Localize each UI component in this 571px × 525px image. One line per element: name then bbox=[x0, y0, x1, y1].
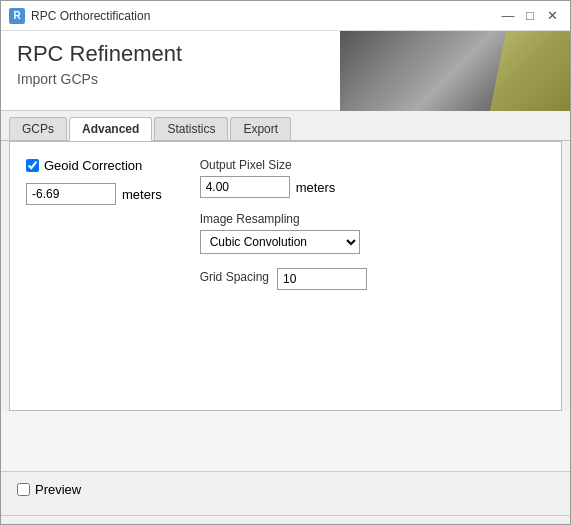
output-pixel-label: Output Pixel Size bbox=[200, 158, 500, 172]
content-left: Geoid Correction meters bbox=[26, 158, 186, 215]
preview-row: Preview bbox=[17, 482, 554, 497]
bottom-buttons: ? < Back Finish Cancel bbox=[1, 515, 570, 525]
output-pixel-section: Output Pixel Size meters bbox=[200, 158, 500, 198]
geoid-correction-label: Geoid Correction bbox=[44, 158, 142, 173]
grid-spacing-input[interactable] bbox=[277, 268, 367, 290]
output-pixel-input[interactable] bbox=[200, 176, 290, 198]
maximize-button[interactable]: □ bbox=[520, 6, 540, 26]
tab-export[interactable]: Export bbox=[230, 117, 291, 140]
header-text: RPC Refinement Import GCPs bbox=[1, 31, 340, 110]
window-controls: — □ ✕ bbox=[498, 6, 562, 26]
header-image-inner bbox=[340, 31, 570, 111]
minimize-button[interactable]: — bbox=[498, 6, 518, 26]
header-subtitle: Import GCPs bbox=[17, 71, 324, 87]
title-bar: R RPC Orthorectification — □ ✕ bbox=[1, 1, 570, 31]
content-spacer bbox=[1, 411, 570, 471]
window-title: RPC Orthorectification bbox=[31, 9, 498, 23]
app-icon: R bbox=[9, 8, 25, 24]
preview-label: Preview bbox=[35, 482, 81, 497]
geoid-correction-row: Geoid Correction bbox=[26, 158, 186, 173]
tab-advanced[interactable]: Advanced bbox=[69, 117, 152, 141]
header-image-overlay bbox=[490, 31, 570, 111]
tab-content-advanced: Geoid Correction meters Output Pixel Siz… bbox=[9, 141, 562, 411]
grid-spacing-section: Grid Spacing bbox=[200, 268, 500, 290]
tab-statistics[interactable]: Statistics bbox=[154, 117, 228, 140]
header-area: RPC Refinement Import GCPs bbox=[1, 31, 570, 111]
image-resampling-select[interactable]: Nearest Neighbor Bilinear Cubic Convolut… bbox=[200, 230, 360, 254]
image-resampling-label: Image Resampling bbox=[200, 212, 500, 226]
tab-gcps[interactable]: GCPs bbox=[9, 117, 67, 140]
bottom-area: Preview bbox=[1, 471, 570, 515]
preview-checkbox[interactable] bbox=[17, 483, 30, 496]
header-image bbox=[340, 31, 570, 111]
tabs-bar: GCPs Advanced Statistics Export bbox=[1, 111, 570, 141]
output-pixel-unit: meters bbox=[296, 180, 336, 195]
grid-spacing-label: Grid Spacing bbox=[200, 270, 269, 284]
image-resampling-section: Image Resampling Nearest Neighbor Biline… bbox=[200, 212, 500, 254]
close-button[interactable]: ✕ bbox=[542, 6, 562, 26]
output-pixel-row: meters bbox=[200, 176, 500, 198]
geoid-correction-checkbox[interactable] bbox=[26, 159, 39, 172]
content-right: Output Pixel Size meters Image Resamplin… bbox=[200, 158, 500, 290]
geoid-correction-input[interactable] bbox=[26, 183, 116, 205]
geoid-correction-unit: meters bbox=[122, 187, 162, 202]
header-title: RPC Refinement bbox=[17, 41, 324, 67]
geoid-value-row: meters bbox=[26, 183, 186, 205]
